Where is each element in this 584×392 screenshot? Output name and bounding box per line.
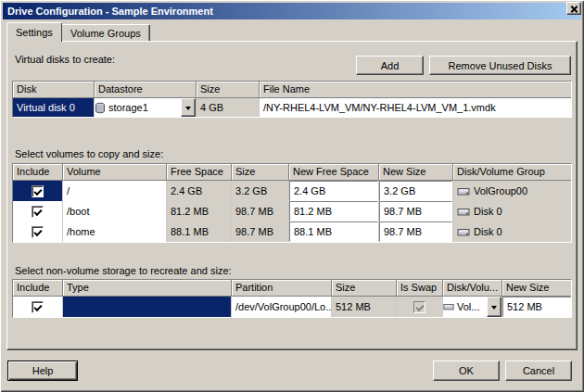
column-header-new-size[interactable]: New Size [502, 280, 571, 297]
include-checkbox[interactable] [32, 226, 44, 238]
non-volume-table: Include Type Partition Size Is Swap Disk… [12, 279, 572, 318]
disk-icon [457, 186, 470, 196]
free-space-cell: 81.2 MB [167, 201, 232, 221]
new-free-space-input[interactable]: 81.2 MB [289, 201, 378, 221]
disk-icon [457, 227, 470, 237]
nv-size-cell: 512 MB [332, 297, 397, 317]
new-free-space-input[interactable]: 2.4 GB [289, 181, 378, 201]
size-cell: 98.7 MB [232, 221, 289, 242]
volume-cell: / [63, 181, 167, 201]
nv-disk-group-dropdown-button[interactable] [487, 297, 501, 317]
virtual-disks-label: Virtual disks to create: [15, 54, 115, 65]
include-cell [13, 201, 63, 221]
disk-icon [443, 302, 454, 311]
volume-cell: /boot [63, 201, 167, 221]
new-size-input[interactable]: 98.7 MB [379, 201, 452, 221]
drive-configuration-dialog: Drive Configuration - Sample Environment… [0, 0, 584, 392]
titlebar[interactable]: Drive Configuration - Sample Environment [3, 3, 581, 19]
volumes-table: Include Volume Free Space Size New Free … [12, 163, 572, 243]
non-volume-row[interactable]: /dev/VolGroup00/Lo... 512 MB Vol... 512 … [13, 297, 571, 317]
column-header-partition[interactable]: Partition [232, 280, 332, 297]
window-title: Drive Configuration - Sample Environment [7, 6, 213, 17]
remove-unused-disks-button[interactable]: Remove Unused Disks [429, 56, 571, 75]
is-swap-checkbox [413, 301, 425, 313]
volumes-label: Select volumes to copy and size: [15, 148, 163, 159]
size-cell: 3.2 GB [232, 181, 289, 201]
column-header-disk-volume[interactable]: Disk/Volu... [443, 280, 502, 297]
include-cell [13, 221, 63, 242]
non-volume-header: Include Type Partition Size Is Swap Disk… [13, 280, 571, 297]
column-header-new-size[interactable]: New Size [379, 164, 453, 181]
partition-cell: /dev/VolGroup00/Lo... [232, 297, 332, 317]
disk-group-cell[interactable]: VolGroup00 [453, 181, 571, 201]
free-space-cell: 88.1 MB [167, 221, 232, 242]
column-header-include[interactable]: Include [13, 164, 63, 181]
is-swap-cell [397, 297, 443, 317]
column-header-type[interactable]: Type [63, 280, 232, 297]
disk-cell[interactable]: Virtual disk 0 [13, 98, 95, 117]
volume-row[interactable]: /home 88.1 MB 98.7 MB 88.1 MB 98.7 MB Di… [13, 221, 571, 242]
column-header-disk[interactable]: Disk [13, 82, 95, 98]
column-header-free-space[interactable]: Free Space [167, 164, 232, 181]
volume-cell: /home [63, 221, 167, 242]
include-checkbox[interactable] [32, 185, 44, 197]
type-cell [63, 297, 232, 317]
help-button[interactable]: Help [7, 360, 78, 381]
virtual-disks-table: Disk Datastore Size File Name Virtual di… [12, 81, 572, 118]
chevron-down-icon [185, 107, 191, 113]
cancel-button[interactable]: Cancel [505, 360, 572, 381]
disk-size-cell: 4 GB [197, 98, 260, 117]
volumes-header: Include Volume Free Space Size New Free … [13, 164, 571, 181]
disk-group-value: Disk 0 [474, 226, 502, 237]
include-cell [13, 297, 63, 317]
disk-group-cell[interactable]: Disk 0 [453, 221, 571, 242]
chevron-down-icon [491, 306, 497, 312]
disk-icon [457, 207, 470, 217]
new-size-input[interactable]: 98.7 MB [379, 221, 452, 242]
nv-new-size-input[interactable]: 512 MB [502, 297, 571, 317]
column-header-is-swap[interactable]: Is Swap [397, 280, 443, 297]
column-header-new-free-space[interactable]: New Free Space [289, 164, 379, 181]
tab-settings-label: Settings [16, 27, 53, 38]
close-button[interactable] [566, 2, 581, 15]
datastore-value: storage1 [108, 102, 148, 113]
column-header-size[interactable]: Size [232, 164, 289, 181]
column-header-disk-volume-group[interactable]: Disk/Volume Group [453, 164, 571, 181]
datastore-dropdown-button[interactable] [181, 98, 196, 117]
new-free-space-input[interactable]: 88.1 MB [289, 221, 378, 242]
column-header-include[interactable]: Include [13, 280, 63, 297]
free-space-cell: 2.4 GB [167, 181, 232, 201]
virtual-disks-header: Disk Datastore Size File Name [13, 82, 571, 98]
tab-volume-groups-label: Volume Groups [70, 28, 141, 39]
include-cell [13, 181, 63, 201]
disk-group-cell[interactable]: Disk 0 [453, 201, 571, 221]
new-size-input[interactable]: 3.2 GB [379, 181, 452, 201]
non-volume-label: Select non-volume storage to recreate an… [15, 265, 232, 276]
close-icon [570, 6, 578, 13]
column-header-volume[interactable]: Volume [63, 164, 167, 181]
disk-group-value: Disk 0 [474, 206, 502, 217]
column-header-datastore[interactable]: Datastore [95, 82, 197, 98]
nv-disk-group-value: Vol... [457, 301, 479, 312]
column-header-size[interactable]: Size [197, 82, 260, 98]
datastore-icon [95, 102, 106, 114]
disk-group-value: VolGroup00 [474, 185, 527, 196]
nv-disk-group-combo[interactable]: Vol... [443, 297, 502, 317]
add-button[interactable]: Add [356, 56, 424, 75]
size-cell: 98.7 MB [232, 201, 289, 221]
include-checkbox[interactable] [32, 206, 44, 218]
ok-button[interactable]: OK [433, 360, 500, 381]
include-checkbox[interactable] [32, 301, 44, 313]
volume-row[interactable]: / 2.4 GB 3.2 GB 2.4 GB 3.2 GB VolGroup00 [13, 181, 571, 201]
datastore-combo[interactable]: storage1 [95, 98, 197, 117]
file-name-cell[interactable]: /NY-RHEL4-LVM_VM/NY-RHEL4-LVM_VM_1.vmdk [260, 98, 571, 117]
tab-settings[interactable]: Settings [6, 22, 62, 42]
tab-volume-groups[interactable]: Volume Groups [61, 24, 150, 42]
column-header-size[interactable]: Size [332, 280, 397, 297]
virtual-disk-row[interactable]: Virtual disk 0 storage1 4 GB /NY-RHEL4-L… [13, 98, 571, 117]
volume-row[interactable]: /boot 81.2 MB 98.7 MB 81.2 MB 98.7 MB Di… [13, 201, 571, 221]
column-header-file-name[interactable]: File Name [260, 82, 571, 98]
